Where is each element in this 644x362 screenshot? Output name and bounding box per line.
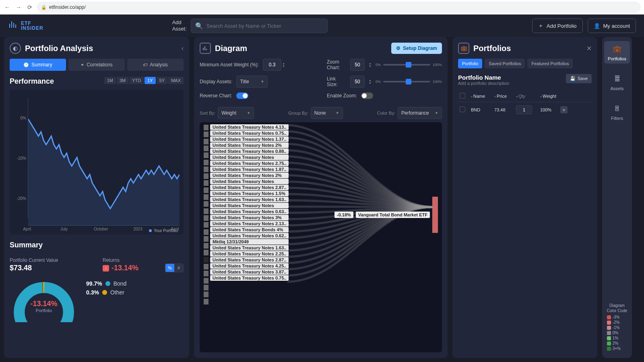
row-name: BND — [471, 107, 494, 112]
my-account-button[interactable]: 👤 My account — [588, 19, 636, 33]
zoom-input[interactable] — [350, 59, 365, 71]
search-input[interactable] — [206, 23, 323, 29]
sankey-source-node[interactable]: United States Treasury Notes — [210, 154, 289, 160]
browser-forward-icon[interactable]: → — [14, 4, 23, 10]
range-1Y[interactable]: 1Y — [144, 77, 155, 84]
sankey-source-node[interactable]: United States Treasury Notes 1.87.. — [210, 167, 289, 172]
close-icon[interactable]: ✕ — [586, 45, 592, 52]
sankey-source-node[interactable]: United States Treasury Notes 3.87.. — [210, 269, 289, 275]
sankey-target-node — [432, 197, 438, 233]
y-tick: 0% — [21, 116, 26, 120]
sankey-source-node[interactable]: United States Treasury Notes 4.25.. — [210, 263, 289, 269]
x-tick: April — [23, 227, 31, 231]
briefcase-icon: 💼 — [458, 43, 469, 54]
tab-saved[interactable]: Saved Portfolios — [485, 59, 525, 68]
enable-zoom-toggle[interactable] — [361, 93, 373, 99]
group-dropdown[interactable]: None▼ — [311, 107, 343, 119]
sankey-source-bar — [204, 187, 208, 193]
plus-icon: ＋ — [538, 22, 543, 29]
sankey-source-node[interactable]: United States Treasury Notes 0.75.. — [210, 130, 289, 136]
tab-analysis[interactable]: 🏷Analysis — [127, 59, 184, 71]
min-weight-input[interactable] — [263, 59, 281, 71]
zoom-slider[interactable] — [383, 64, 430, 66]
sankey-source-node[interactable]: United States Treasury Notes 1.63.. — [210, 245, 289, 251]
color-dropdown[interactable]: Performance▼ — [398, 107, 442, 119]
sankey-source-node[interactable]: United States Treasury Notes 1.37.. — [210, 136, 289, 142]
tab-summary[interactable]: 🕑Summary — [10, 59, 66, 71]
collapse-icon[interactable]: ‹ — [182, 45, 184, 52]
logo-icon — [8, 20, 18, 32]
sankey-source-node[interactable]: United States Treasury Notes 1.63.. — [210, 197, 289, 202]
rail-assets[interactable]: ≣ Assets — [604, 71, 630, 93]
range-3M[interactable]: 3M — [117, 77, 128, 84]
sankey-source-node[interactable]: United States Treasury Notes 4.13.. — [210, 124, 289, 130]
sankey-source-node[interactable]: United States Treasury Notes 2.13.. — [210, 221, 289, 226]
range-5Y[interactable]: 5Y — [157, 77, 167, 84]
add-portfolio-button[interactable]: ＋ Add Portfolio — [532, 19, 582, 33]
sankey-source-node[interactable]: United States Treasury Notes 2.75.. — [210, 160, 289, 166]
sankey-diagram[interactable]: United States Treasury Notes 4.13..Unite… — [200, 122, 442, 352]
url-bar[interactable]: 🔒 etfinsider.co/app/ — [37, 2, 641, 13]
col-weight[interactable]: Weight — [543, 94, 556, 99]
range-1M[interactable]: 1M — [104, 77, 116, 84]
link-slider[interactable] — [383, 81, 430, 82]
rail-filters[interactable]: 🎚 Filters — [604, 101, 630, 123]
tab-correlations[interactable]: ⚭Correlations — [68, 59, 125, 71]
row-qty-input[interactable] — [516, 105, 532, 114]
sankey-source-node[interactable]: United States Treasury Notes 0.88.. — [210, 148, 289, 154]
sankey-source-node[interactable]: United States Treasury Notes — [210, 179, 289, 184]
sankey-source-node[interactable]: United States Treasury Bonds 4% — [210, 227, 289, 232]
sankey-source-node[interactable]: United States Treasury Notes 2% — [210, 142, 289, 148]
col-price[interactable]: Price — [497, 94, 507, 99]
pct-toggle-hash[interactable]: # — [174, 264, 183, 272]
browser-reload-icon[interactable]: ⟳ — [26, 4, 34, 10]
sankey-source-node[interactable]: United States Treasury Notes 0.63.. — [210, 209, 289, 214]
sankey-source-node[interactable]: United States Treasury Notes 2.87.. — [210, 257, 289, 263]
sankey-source-node[interactable]: Mktliq 12/31/2049 — [210, 239, 289, 245]
alloc-item: 0.3%Other — [86, 289, 126, 296]
display-dropdown[interactable]: Title▼ — [236, 76, 268, 88]
value-label: Portfolio Current Value — [10, 257, 91, 263]
sankey-source-bar — [204, 125, 208, 130]
select-all-checkbox[interactable] — [460, 93, 465, 99]
tab-featured[interactable]: Featured Portfolios — [527, 59, 573, 68]
row-checkbox[interactable] — [460, 107, 465, 112]
sankey-source-node[interactable]: United States Treasury Notes 2% — [210, 173, 289, 178]
link-input[interactable] — [350, 76, 365, 88]
step-up[interactable]: ▲ — [282, 62, 285, 65]
sort-dropdown[interactable]: Weight▼ — [218, 107, 254, 119]
legend-item: -2% — [607, 320, 627, 325]
save-button[interactable]: 💾Save — [566, 74, 592, 83]
tab-portfolio[interactable]: Portfolio — [458, 59, 482, 68]
donut-center-pct: -13.14% — [10, 300, 78, 308]
row-add-button[interactable]: ＋ — [560, 106, 568, 113]
pct-toggle-pct[interactable]: % — [165, 264, 174, 272]
sankey-source-node[interactable]: United States Treasury Notes 2.25.. — [210, 251, 289, 257]
range-MAX[interactable]: MAX — [168, 77, 184, 84]
search-wrap[interactable]: 🔍 — [191, 19, 328, 33]
color-label: Color By: — [377, 111, 395, 115]
value: $73.48 — [10, 264, 91, 272]
col-name[interactable]: Name — [473, 94, 485, 99]
logo[interactable]: ETF INSIDER — [8, 20, 43, 32]
col-qty[interactable]: Qty — [518, 94, 525, 99]
sankey-source-node[interactable]: United States Treasury Notes 2.87.. — [210, 185, 289, 190]
performance-title: Performance — [10, 77, 54, 86]
sankey-source-node[interactable]: United States Treasury Notes 3% — [210, 215, 289, 220]
sankey-source-bar — [204, 208, 208, 214]
browser-back-icon[interactable]: ← — [3, 4, 11, 10]
sankey-source-node[interactable]: United States Treasury Notes — [210, 203, 289, 208]
reverse-toggle[interactable] — [236, 93, 248, 99]
sankey-source-bar — [204, 139, 208, 144]
sankey-source-node[interactable]: United States Treasury Notes 1.5% — [210, 191, 289, 196]
portfolio-desc[interactable]: Add a portfolio description — [458, 81, 562, 86]
min-weight-label: Minimum Asset Weight (%): — [200, 62, 259, 68]
range-YTD[interactable]: YTD — [129, 77, 144, 84]
rail-portfolios[interactable]: 💼 Portfolios — [604, 41, 630, 64]
step-down[interactable]: ▼ — [282, 65, 285, 68]
sankey-source-node[interactable]: United States Treasury Notes 0.75.. — [210, 275, 289, 281]
sankey-source-bar — [204, 257, 208, 263]
sankey-source-node[interactable]: United States Treasury Notes 0.62.. — [210, 233, 289, 239]
setup-diagram-button[interactable]: ⚙Setup Diagram — [391, 43, 442, 54]
portfolio-name[interactable]: Portfolio Name — [458, 74, 562, 81]
